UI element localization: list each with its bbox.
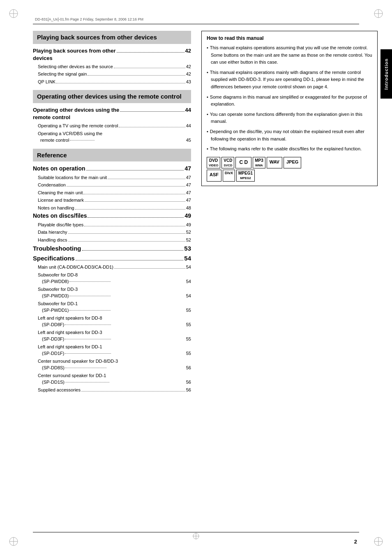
toc-troubleshooting: Troubleshooting 53 bbox=[33, 244, 191, 253]
sub-text: Operating a TV using the remote control bbox=[38, 122, 118, 129]
toc-sub-center-surround-dd1: Center surround speaker for DD-1(SP-DD1S… bbox=[33, 372, 191, 386]
sub-text: Notes on handling bbox=[38, 205, 74, 212]
toc-sub-license: License and trademark 47 bbox=[33, 197, 191, 204]
header-file-info: DD-831[A_Ux]-01.fm Page 2 Friday, Septem… bbox=[35, 17, 143, 21]
badge-vcd: VCD SVCD bbox=[221, 157, 234, 169]
toc-main-operating-other: Operating other devices using theremote … bbox=[33, 106, 191, 121]
leader-dots bbox=[119, 127, 185, 127]
toc-specifications: Specifications 54 bbox=[33, 254, 191, 263]
toc-page-operating-other: 44 bbox=[185, 106, 191, 114]
toc-sub-data-hierarchy: Data hierarchy 52 bbox=[33, 229, 191, 236]
toc-sub-subwoofer-dd3: Subwoofer for DD-3(SP-PWDD3) 54 bbox=[33, 286, 191, 299]
badge-jpeg: JPEG bbox=[284, 157, 301, 169]
toc-sub-signal-gain: Selecting the signal gain 42 bbox=[33, 71, 191, 78]
leader-dots bbox=[114, 268, 185, 269]
bullet-3: Some diagrams in this manual are simplif… bbox=[207, 94, 372, 108]
bold-toc-text: Notes on operation bbox=[33, 165, 85, 173]
introduction-tab: Introduction bbox=[380, 49, 392, 99]
bold-toc-page: 54 bbox=[184, 254, 191, 263]
sub-page: 55 bbox=[184, 336, 191, 343]
tab-label: Introduction bbox=[384, 58, 389, 90]
toc-sub-lr-speakers-dd3: Left and right speakers for DD-3(SP-DD3F… bbox=[33, 329, 191, 343]
sub-text: Suitable locations for the main unit bbox=[38, 174, 107, 181]
corner-mark-tl bbox=[7, 7, 20, 20]
toc-sub-lr-speakers-dd8: Left and right speakers for DD-8(SP-DD8F… bbox=[33, 315, 191, 328]
toc-sub-vcr-remote: Operating a VCR/DBS using the remote con… bbox=[33, 130, 191, 144]
sub-text-multi: Subwoofer for DD-1(SP-PWDD1) bbox=[38, 300, 184, 314]
toc-dots bbox=[82, 250, 184, 251]
main-content: Playing back sources from other devices … bbox=[33, 31, 378, 530]
sub-text: Selecting other devices as the source bbox=[38, 63, 113, 70]
left-column: Playing back sources from other devices … bbox=[33, 31, 191, 398]
right-column: How to read this manual This manual expl… bbox=[201, 31, 378, 186]
toc-sub-other-devices-source: Selecting other devices as the source 42 bbox=[33, 63, 191, 70]
toc-main-text-operating-other: Operating other devices using theremote … bbox=[33, 106, 119, 121]
sub-page: 56 bbox=[184, 364, 191, 371]
sub-text-multi: Operating a VCR/DBS using the remote con… bbox=[38, 130, 184, 144]
toc-sub-handling-discs: Handling discs 52 bbox=[33, 237, 191, 244]
section-title-reference: Reference bbox=[37, 151, 187, 159]
leader-dots bbox=[68, 241, 185, 242]
toc-sub-qp-link: QP LINK 43 bbox=[33, 78, 191, 85]
sub-text: Condensation bbox=[38, 182, 66, 189]
bold-toc-text: Specifications bbox=[33, 254, 75, 263]
sub-text: Handling discs bbox=[38, 237, 67, 244]
leader-dots bbox=[114, 68, 185, 68]
section-reference: Reference Notes on operation 47 Suitable… bbox=[33, 149, 191, 394]
leader-dots bbox=[83, 194, 185, 194]
toc-dots bbox=[120, 111, 184, 112]
page-number: 2 bbox=[354, 539, 357, 545]
badge-mp3: MP3 WMA bbox=[253, 157, 265, 169]
corner-mark-br bbox=[372, 535, 385, 548]
leader-dots bbox=[85, 201, 185, 202]
leader-dots bbox=[56, 83, 185, 83]
bold-toc-page: 53 bbox=[184, 244, 191, 253]
leader-dots bbox=[84, 226, 185, 226]
toc-sub-cleaning: Cleaning the main unit 47 bbox=[33, 189, 191, 196]
sub-page: 47 bbox=[186, 174, 191, 181]
section-operating-other: Operating other devices using the remote… bbox=[33, 90, 191, 143]
sub-page: 47 bbox=[186, 197, 191, 204]
sub-text-multi: Left and right speakers for DD-1(SP-DD1F… bbox=[38, 343, 184, 357]
sub-page: 54 bbox=[184, 292, 191, 299]
section-header-reference: Reference bbox=[33, 149, 191, 162]
toc-sub-condensation: Condensation 47 bbox=[33, 182, 191, 189]
sub-text-multi: Subwoofer for DD-8(SP-PWDD8) bbox=[38, 272, 184, 285]
leader-dots bbox=[67, 186, 185, 187]
sub-page: 42 bbox=[186, 71, 191, 78]
corner-mark-tr bbox=[372, 7, 385, 20]
header-line bbox=[33, 24, 359, 24]
sub-text: Data hierarchy bbox=[38, 229, 67, 236]
toc-sub-main-unit: Main unit (CA-DD8/CA-DD3/CA-DD1) 54 bbox=[33, 264, 191, 271]
section-title-operating-other: Operating other devices using the remote… bbox=[37, 92, 187, 101]
sub-text-multi: Center surround speaker for DD-1(SP-DD1S… bbox=[38, 372, 184, 386]
leader-dots bbox=[88, 75, 185, 76]
sub-page: 48 bbox=[186, 205, 191, 212]
sub-page: 52 bbox=[186, 237, 191, 244]
sub-page: 54 bbox=[184, 278, 191, 285]
section-header-playing-back: Playing back sources from other devices bbox=[33, 31, 191, 44]
badge-wav: WAV bbox=[267, 157, 282, 169]
bold-toc-page: 49 bbox=[184, 212, 191, 220]
sub-page: 43 bbox=[186, 78, 191, 85]
sub-page: 55 bbox=[184, 350, 191, 357]
leader-dots bbox=[68, 233, 185, 234]
section-title-playing-back: Playing back sources from other devices bbox=[37, 33, 187, 41]
badge-mpeg1: MPEG1 MPEG2 bbox=[236, 170, 255, 182]
toc-sub-subwoofer-dd1: Subwoofer for DD-1(SP-PWDD1) 55 bbox=[33, 300, 191, 314]
bold-toc-text: Troubleshooting bbox=[33, 244, 81, 253]
toc-notes-operation: Notes on operation 47 bbox=[33, 165, 191, 173]
badge-divx: DivX bbox=[223, 170, 235, 182]
sub-text-multi: Center surround speaker for DD-8/DD-3(SP… bbox=[38, 358, 184, 371]
toc-dots bbox=[88, 217, 184, 218]
leader-dots bbox=[75, 209, 185, 210]
toc-sub-tv-remote: Operating a TV using the remote control … bbox=[33, 122, 191, 129]
bullet-5: Depending on the disc/file, you may not … bbox=[207, 128, 372, 143]
badge-dvd: DVD VIDEO bbox=[207, 157, 220, 169]
badge-cd: C D bbox=[235, 157, 251, 169]
bullet-2: This manual explains operations mainly w… bbox=[207, 69, 372, 91]
crosshair-bottom bbox=[192, 532, 200, 541]
sub-text-multi: Left and right speakers for DD-3(SP-DD3F… bbox=[38, 329, 184, 343]
toc-sub-lr-speakers-dd1: Left and right speakers for DD-1(SP-DD1F… bbox=[33, 343, 191, 357]
sub-page: 52 bbox=[186, 229, 191, 236]
